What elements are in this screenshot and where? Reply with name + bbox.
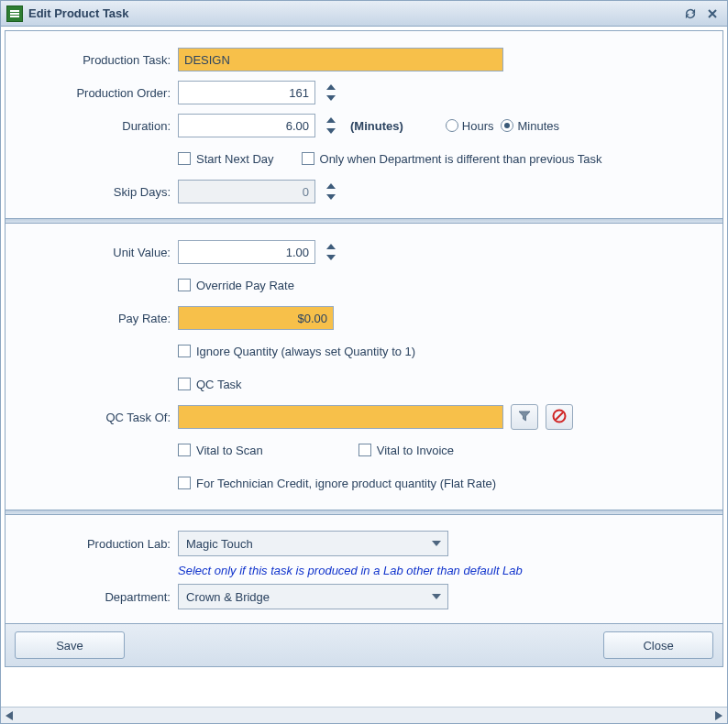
spinner-down-icon[interactable] [325,93,337,104]
section-lab: Production Lab: Magic Touch Select only … [6,515,722,623]
save-button[interactable]: Save [15,631,125,659]
window-title: Edit Product Task [28,6,129,20]
spinner-down-icon[interactable] [325,192,337,203]
spinner-up-icon[interactable] [325,241,337,252]
check-override-pay-rate-label: Override Pay Rate [196,279,294,292]
button-bar: Save Close [6,623,722,666]
close-button[interactable]: Close [603,631,713,659]
check-vital-to-invoice-label: Vital to Invoice [377,444,454,457]
refresh-icon[interactable] [681,5,700,23]
production-lab-help: Select only if this task is produced in … [178,564,523,577]
spinner-up-icon[interactable] [325,115,337,126]
check-override-pay-rate[interactable]: Override Pay Rate [178,279,294,292]
radio-minutes-label: Minutes [517,119,559,133]
svg-marker-4 [326,95,336,101]
label-production-task: Production Task: [15,53,178,67]
check-start-next-day[interactable]: Start Next Day [178,152,274,166]
scroll-right-icon[interactable] [711,708,727,723]
check-qc-task-label: QC Task [196,378,242,391]
svg-line-12 [556,412,563,420]
radio-hours-label: Hours [462,119,494,133]
duration-spinner[interactable] [325,115,337,137]
app-icon [6,5,23,22]
label-unit-value: Unit Value: [15,246,178,259]
svg-marker-10 [326,255,336,260]
check-start-next-day-label: Start Next Day [196,152,274,166]
section-task: Production Task: Production Order: Durat… [6,31,722,218]
titlebar: Edit Product Task [1,1,727,27]
svg-marker-14 [432,594,441,599]
production-order-spinner[interactable] [325,82,337,104]
svg-marker-8 [326,194,336,200]
check-vital-to-scan[interactable]: Vital to Scan [178,444,263,457]
radio-hours[interactable]: Hours [446,119,494,133]
spinner-up-icon[interactable] [325,181,337,192]
production-lab-select[interactable]: Magic Touch [178,531,448,556]
radio-minutes[interactable]: Minutes [501,119,559,133]
label-department: Department: [15,590,178,604]
production-lab-value: Magic Touch [186,537,253,551]
svg-marker-13 [432,541,441,546]
department-select[interactable]: Crown & Bridge [178,584,448,609]
check-ignore-quantity-label: Ignore Quantity (always set Quantity to … [196,345,415,358]
chevron-down-icon [431,538,442,552]
horizontal-scrollbar[interactable] [1,707,727,723]
production-task-input[interactable] [178,48,503,71]
check-ignore-quantity[interactable]: Ignore Quantity (always set Quantity to … [178,345,415,358]
skip-days-input [178,180,315,203]
scroll-left-icon[interactable] [1,708,17,723]
spinner-down-icon[interactable] [325,126,337,137]
svg-rect-0 [10,10,19,12]
check-only-when-dept-diff[interactable]: Only when Department is different than p… [302,152,602,166]
check-vital-to-invoice[interactable]: Vital to Invoice [358,444,454,457]
pay-rate-input[interactable] [178,306,334,330]
check-flat-rate-label: For Technician Credit, ignore product qu… [196,477,496,490]
production-order-input[interactable] [178,81,315,104]
svg-rect-2 [10,16,19,17]
label-production-lab: Production Lab: [15,537,178,551]
svg-marker-7 [326,183,336,189]
department-value: Crown & Bridge [186,590,270,604]
svg-marker-16 [715,711,722,720]
check-qc-task[interactable]: QC Task [178,378,242,391]
qc-task-of-input[interactable] [178,405,503,429]
svg-marker-6 [326,128,336,134]
section-pay: Unit Value: Override Pay Rate Pay Rate: [6,224,722,510]
check-vital-to-scan-label: Vital to Scan [196,444,263,457]
clear-button[interactable] [546,404,573,430]
funnel-icon [517,409,532,426]
close-icon[interactable] [703,5,722,23]
duration-units-label: (Minutes) [350,119,403,133]
main-panel: Production Task: Production Order: Durat… [5,30,723,667]
svg-marker-15 [6,711,13,720]
svg-rect-1 [10,13,19,15]
skip-days-spinner[interactable] [325,181,337,203]
chevron-down-icon [431,591,442,605]
duration-input[interactable] [178,114,315,137]
label-pay-rate: Pay Rate: [15,312,178,325]
filter-button[interactable] [511,404,538,430]
label-qc-task-of: QC Task Of: [15,411,178,424]
cancel-icon [552,409,567,426]
label-duration: Duration: [15,119,178,133]
label-skip-days: Skip Days: [15,185,178,199]
svg-marker-3 [326,84,336,90]
unit-value-spinner[interactable] [325,241,337,263]
check-flat-rate[interactable]: For Technician Credit, ignore product qu… [178,477,496,490]
spinner-up-icon[interactable] [325,82,337,93]
check-only-when-dept-diff-label: Only when Department is different than p… [320,152,602,166]
svg-marker-5 [326,117,336,123]
svg-marker-9 [326,244,336,249]
label-production-order: Production Order: [15,86,178,100]
spinner-down-icon[interactable] [325,252,337,263]
unit-value-input[interactable] [178,240,315,264]
